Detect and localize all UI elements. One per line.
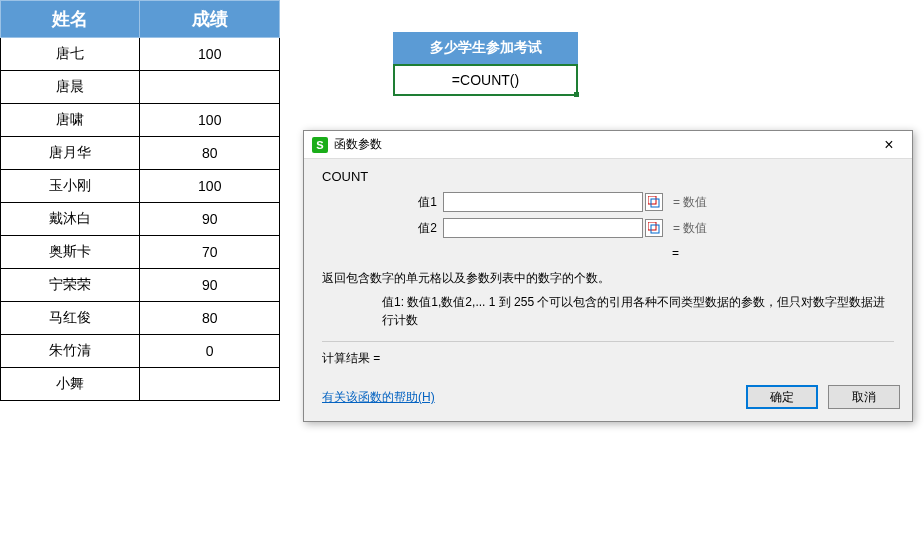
cell-name[interactable]: 马红俊 <box>1 302 140 335</box>
cell-name[interactable]: 小舞 <box>1 368 140 401</box>
argument-description: 值1: 数值1,数值2,... 1 到 255 个可以包含的引用各种不同类型数据… <box>322 293 894 329</box>
cell-score[interactable]: 80 <box>140 137 280 170</box>
argument-row: 值1= 数值 <box>322 192 894 212</box>
svg-rect-3 <box>651 225 659 233</box>
function-description: 返回包含数字的单元格以及参数列表中的数字的个数。 <box>322 270 894 287</box>
cell-score[interactable]: 100 <box>140 38 280 71</box>
header-name: 姓名 <box>1 1 140 38</box>
table-row[interactable]: 马红俊80 <box>1 302 280 335</box>
calc-result: 计算结果 = <box>322 341 894 367</box>
svg-rect-0 <box>648 196 656 204</box>
argument-input[interactable] <box>443 192 643 212</box>
table-row[interactable]: 唐啸100 <box>1 104 280 137</box>
cell-name[interactable]: 戴沐白 <box>1 203 140 236</box>
cell-score[interactable]: 100 <box>140 170 280 203</box>
table-row[interactable]: 唐七100 <box>1 38 280 71</box>
cell-score[interactable]: 0 <box>140 335 280 368</box>
table-row[interactable]: 小舞 <box>1 368 280 401</box>
table-row[interactable]: 唐晨 <box>1 71 280 104</box>
cell-name[interactable]: 宁荣荣 <box>1 269 140 302</box>
table-row[interactable]: 朱竹清0 <box>1 335 280 368</box>
cell-name[interactable]: 唐啸 <box>1 104 140 137</box>
cell-score[interactable]: 100 <box>140 104 280 137</box>
dialog-title: 函数参数 <box>334 136 874 153</box>
cell-score[interactable] <box>140 368 280 401</box>
cell-name[interactable]: 唐晨 <box>1 71 140 104</box>
argument-hint: = 数值 <box>673 220 707 237</box>
app-icon: S <box>312 137 328 153</box>
formula-header: 多少学生参加考试 <box>393 32 578 64</box>
close-icon[interactable]: × <box>874 136 904 154</box>
argument-input[interactable] <box>443 218 643 238</box>
formula-box: 多少学生参加考试 =COUNT() <box>393 32 578 96</box>
cell-name[interactable]: 奥斯卡 <box>1 236 140 269</box>
table-row[interactable]: 宁荣荣90 <box>1 269 280 302</box>
function-name: COUNT <box>322 169 894 184</box>
cancel-button[interactable]: 取消 <box>828 385 900 409</box>
cell-score[interactable]: 90 <box>140 269 280 302</box>
student-table: 姓名 成绩 唐七100唐晨唐啸100唐月华80玉小刚100戴沐白90奥斯卡70宁… <box>0 0 280 401</box>
cell-name[interactable]: 朱竹清 <box>1 335 140 368</box>
argument-hint: = 数值 <box>673 194 707 211</box>
argument-row: 值2= 数值 <box>322 218 894 238</box>
cell-name[interactable]: 唐月华 <box>1 137 140 170</box>
argument-label: 值1 <box>402 194 437 211</box>
cell-name[interactable]: 玉小刚 <box>1 170 140 203</box>
cell-name[interactable]: 唐七 <box>1 38 140 71</box>
cell-score[interactable]: 70 <box>140 236 280 269</box>
cell-score[interactable] <box>140 71 280 104</box>
cell-score[interactable]: 80 <box>140 302 280 335</box>
svg-rect-2 <box>648 222 656 230</box>
table-row[interactable]: 唐月华80 <box>1 137 280 170</box>
table-row[interactable]: 奥斯卡70 <box>1 236 280 269</box>
header-score: 成绩 <box>140 1 280 38</box>
range-picker-icon[interactable] <box>645 219 663 237</box>
range-picker-icon[interactable] <box>645 193 663 211</box>
cell-score[interactable]: 90 <box>140 203 280 236</box>
help-link[interactable]: 有关该函数的帮助(H) <box>322 389 736 406</box>
function-arguments-dialog: S 函数参数 × COUNT 值1= 数值值2= 数值 = 返回包含数字的单元格… <box>303 130 913 422</box>
dialog-titlebar[interactable]: S 函数参数 × <box>304 131 912 159</box>
result-equals: = <box>322 246 894 260</box>
svg-rect-1 <box>651 199 659 207</box>
table-row[interactable]: 玉小刚100 <box>1 170 280 203</box>
argument-label: 值2 <box>402 220 437 237</box>
formula-cell[interactable]: =COUNT() <box>393 64 578 96</box>
table-row[interactable]: 戴沐白90 <box>1 203 280 236</box>
ok-button[interactable]: 确定 <box>746 385 818 409</box>
